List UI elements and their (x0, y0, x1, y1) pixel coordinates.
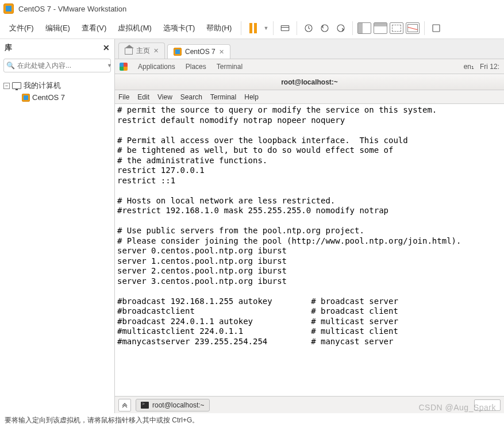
taskbar-terminal-button[interactable]: root@localhost:~ (136, 399, 210, 411)
layout-console-button[interactable] (390, 21, 403, 35)
layout-sidebar-button[interactable] (357, 21, 371, 35)
tree-label: CentOS 7 (32, 93, 65, 102)
terminal-title-text: root@localhost:~ (281, 78, 338, 86)
gnome-top-panel: Applications Places Terminal en₁ Fri 12: (115, 59, 504, 74)
tab-label: 主页 (136, 46, 150, 56)
svg-point-2 (321, 25, 328, 32)
tree-label: 我的计算机 (24, 80, 61, 91)
menu-vm[interactable]: 虚拟机(M) (113, 21, 156, 36)
menu-tabs[interactable]: 选项卡(T) (159, 21, 200, 36)
clock[interactable]: Fri 12: (480, 63, 499, 71)
collapse-icon[interactable]: − (3, 83, 10, 89)
vm-icon (22, 94, 30, 102)
term-menu-edit[interactable]: Edit (137, 93, 149, 101)
terminal-output[interactable]: # permit the source to query or modify t… (115, 104, 504, 396)
taskbar-label: root@localhost:~ (152, 401, 205, 409)
menu-view[interactable]: 查看(V) (77, 21, 111, 36)
tab-centos7[interactable]: CentOS 7 ✕ (167, 44, 230, 59)
close-sidebar-button[interactable]: ✕ (103, 43, 110, 52)
library-title: 库 (5, 43, 12, 53)
layout-fullscreen-button[interactable] (406, 21, 420, 35)
computer-icon (12, 82, 21, 89)
gnome-app-name[interactable]: Terminal (217, 63, 243, 71)
snapshot-manager-button[interactable] (334, 21, 348, 35)
vm-icon (174, 48, 182, 56)
tree-node-centos7[interactable]: CentOS 7 (22, 92, 111, 103)
menu-edit[interactable]: 编辑(E) (41, 21, 75, 36)
workspace-indicator[interactable] (474, 399, 501, 411)
status-text: 要将输入定向到该虚拟机，请将鼠标指针移入其中或按 Ctrl+G。 (5, 416, 199, 425)
layout-thumbnail-button[interactable] (374, 21, 387, 35)
vmware-app-icon (3, 3, 14, 14)
terminal-menubar: File Edit View Search Terminal Help (115, 90, 504, 104)
term-menu-search[interactable]: Search (180, 93, 202, 101)
term-menu-view[interactable]: View (157, 93, 172, 101)
terminal-window-title: root@localhost:~ (115, 74, 504, 90)
search-input[interactable] (17, 61, 103, 70)
vm-tab-bar: 主页 ✕ CentOS 7 ✕ (115, 39, 504, 59)
separator (424, 21, 425, 35)
window-titlebar: CentOS 7 - VMware Workstation (0, 0, 504, 17)
guest-os-view[interactable]: Applications Places Terminal en₁ Fri 12:… (115, 59, 504, 413)
separator (352, 21, 353, 35)
term-menu-help[interactable]: Help (244, 93, 259, 101)
close-tab-button[interactable]: ✕ (219, 48, 224, 56)
term-menu-terminal[interactable]: Terminal (210, 93, 236, 101)
activities-icon[interactable] (120, 63, 128, 71)
unity-mode-button[interactable] (429, 21, 443, 35)
send-ctrl-alt-del-button[interactable] (278, 21, 292, 35)
terminal-icon (141, 402, 149, 409)
separator (273, 21, 274, 35)
search-icon: 🔍 (6, 61, 15, 70)
library-search[interactable]: 🔍 ▼ (3, 59, 111, 72)
tab-label: CentOS 7 (185, 48, 216, 56)
gnome-apps-menu[interactable]: Applications (138, 63, 175, 71)
main-area: 主页 ✕ CentOS 7 ✕ Applications Places Term… (115, 39, 504, 413)
svg-rect-0 (282, 25, 290, 30)
statusbar: 要将输入定向到该虚拟机，请将鼠标指针移入其中或按 Ctrl+G。 (0, 413, 504, 427)
dropdown-icon[interactable]: ▼ (263, 25, 268, 31)
library-sidebar: 库 ✕ 🔍 ▼ − 我的计算机 CentOS 7 (0, 39, 115, 413)
term-menu-file[interactable]: File (118, 93, 129, 101)
library-tree: − 我的计算机 CentOS 7 (0, 75, 114, 107)
show-desktop-button[interactable] (118, 399, 131, 411)
home-icon (125, 48, 133, 55)
input-source-indicator[interactable]: en₁ (464, 63, 474, 71)
separator (297, 21, 297, 35)
gnome-taskbar: root@localhost:~ (115, 396, 504, 413)
tree-node-my-computer[interactable]: − 我的计算机 (3, 79, 111, 92)
snapshot-take-button[interactable] (302, 21, 316, 35)
svg-rect-4 (433, 25, 440, 32)
snapshot-revert-button[interactable] (318, 21, 332, 35)
menu-file[interactable]: 文件(F) (5, 21, 39, 36)
dropdown-icon[interactable]: ▼ (107, 63, 112, 68)
separator (241, 21, 241, 35)
menubar: 文件(F) 编辑(E) 查看(V) 虚拟机(M) 选项卡(T) 帮助(H) ▼ (0, 17, 504, 39)
window-title: CentOS 7 - VMware Workstation (18, 5, 126, 13)
tab-home[interactable]: 主页 ✕ (118, 43, 165, 59)
pause-vm-button[interactable] (246, 21, 260, 35)
gnome-places-menu[interactable]: Places (186, 63, 206, 71)
menu-help[interactable]: 帮助(H) (202, 21, 236, 36)
terminal-text: # permit the source to query or modify t… (117, 105, 502, 347)
svg-point-3 (337, 25, 344, 32)
close-tab-button[interactable]: ✕ (153, 47, 159, 55)
